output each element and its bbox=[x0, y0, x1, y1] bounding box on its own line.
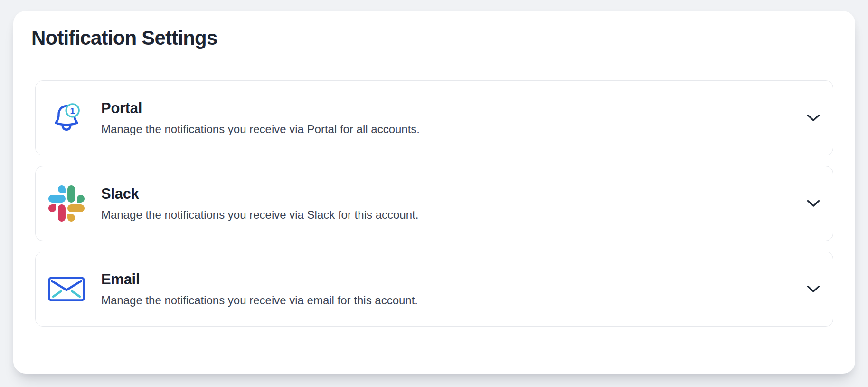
email-section-description: Manage the notifications you receive via… bbox=[101, 293, 418, 307]
page-title: Notification Settings bbox=[31, 25, 833, 51]
slack-logo-icon bbox=[48, 185, 85, 222]
slack-green-lobe bbox=[67, 185, 85, 203]
slack-section-title: Slack bbox=[101, 185, 418, 203]
portal-section-card[interactable]: 1 Portal Manage the notifications you re… bbox=[35, 80, 833, 155]
slack-section-description: Manage the notifications you receive via… bbox=[101, 208, 418, 222]
chevron-down-icon[interactable] bbox=[806, 280, 821, 298]
portal-section-text: Portal Manage the notifications you rece… bbox=[101, 100, 420, 136]
email-section-title: Email bbox=[101, 271, 418, 288]
chevron-down-icon[interactable] bbox=[806, 194, 821, 213]
notification-channel-list: 1 Portal Manage the notifications you re… bbox=[35, 80, 833, 327]
portal-section-title: Portal bbox=[101, 100, 420, 117]
email-envelope-icon bbox=[48, 271, 85, 308]
portal-section-description: Manage the notifications you receive via… bbox=[101, 122, 420, 136]
slack-blue-lobe bbox=[48, 185, 66, 203]
slack-section-text: Slack Manage the notifications you recei… bbox=[101, 185, 418, 222]
envelope-fold-left bbox=[53, 291, 61, 297]
slack-section-card[interactable]: Slack Manage the notifications you recei… bbox=[35, 166, 833, 241]
notification-settings-panel: Notification Settings 1 Portal Manage th… bbox=[13, 11, 855, 374]
envelope-fold-right bbox=[72, 291, 80, 297]
envelope-flap bbox=[52, 281, 81, 290]
email-section-text: Email Manage the notifications you recei… bbox=[101, 271, 418, 307]
chevron-down-icon[interactable] bbox=[806, 109, 821, 127]
badge-count: 1 bbox=[70, 106, 75, 116]
slack-yellow-lobe bbox=[67, 204, 85, 222]
email-section-card[interactable]: Email Manage the notifications you recei… bbox=[35, 252, 833, 327]
slack-red-lobe bbox=[48, 204, 66, 222]
bell-notification-icon: 1 bbox=[48, 99, 85, 136]
